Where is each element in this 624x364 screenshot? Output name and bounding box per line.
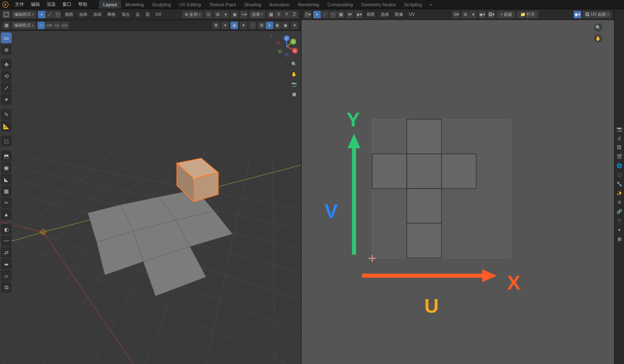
prop-constraint-icon[interactable]: 🔗 — [616, 208, 623, 215]
add-cube-tool-icon[interactable]: ◻ — [1, 136, 12, 146]
tab-animation[interactable]: Animation — [265, 0, 294, 9]
mesh-menu[interactable]: 网格 — [105, 12, 118, 17]
uv-zoom-icon[interactable]: 🔍 — [594, 23, 602, 32]
pivot-icon[interactable]: ⊙ — [205, 11, 212, 18]
uv-image-link-icon[interactable]: 🖼▾ — [488, 11, 495, 18]
prop-scene-icon[interactable]: 🎬 — [616, 153, 623, 160]
tab-sculpting[interactable]: Sculpting — [148, 0, 175, 9]
uv-vertex-select-icon[interactable]: ▪ — [313, 11, 321, 18]
gizmo-toggle-icon[interactable]: ✥ — [212, 22, 220, 29]
editor-type-icon[interactable] — [2, 11, 10, 18]
overlay-z-icon[interactable]: Z — [291, 11, 298, 18]
prop-physics-icon[interactable]: ⚙ — [616, 199, 623, 206]
xray-icon[interactable]: ⬚ — [249, 22, 256, 29]
tool-settings-icon[interactable]: ▦ — [2, 22, 10, 29]
menu-help[interactable]: 帮助 — [75, 0, 91, 9]
orientation-dropdown[interactable]: ⊛ 全局 — [182, 11, 203, 18]
select-extend-icon[interactable]: ▭+ — [45, 22, 53, 29]
uv-overlay-toggle-icon[interactable]: ◉▾ — [574, 11, 581, 18]
tab-layout[interactable]: Layout — [99, 0, 121, 9]
uv-new-button[interactable]: + 新建 — [497, 11, 515, 18]
tab-modeling[interactable]: Modeling — [121, 0, 148, 9]
uv-editor-type-icon[interactable]: ◫▾ — [304, 11, 312, 18]
overlay-settings-icon[interactable]: ▾ — [240, 22, 247, 29]
overlay-toggle-icon[interactable]: ◉ — [230, 22, 238, 29]
uv-snap-icon[interactable]: ⧉ — [461, 11, 469, 18]
viewport-3d[interactable]: ‹ X Y Z 🔍 ✋ 📷 ▦ — [0, 31, 301, 364]
gizmo-type-icon[interactable]: ▾ — [221, 22, 229, 29]
nav-gizmo[interactable]: X Y Z — [275, 35, 298, 58]
prop-data-icon[interactable]: ▽ — [616, 217, 623, 224]
uv-edge-select-icon[interactable]: ／ — [321, 11, 329, 18]
tab-texture-paint[interactable]: Texture Paint — [205, 0, 240, 9]
tab-compositing[interactable]: Compositing — [323, 0, 357, 9]
inset-tool-icon[interactable]: ▣ — [1, 162, 12, 173]
prop-texture-icon[interactable]: ▦ — [616, 235, 623, 242]
transform-tool-icon[interactable]: ✦ — [1, 94, 12, 105]
tab-add-button[interactable]: + — [426, 0, 435, 9]
move-tool-icon[interactable]: ✥ — [1, 59, 12, 70]
uv-pivot-icon[interactable]: ⊙▾ — [452, 11, 460, 18]
perspective-toggle-icon[interactable]: ▦ — [290, 90, 298, 98]
uv-canvas[interactable]: Y V X U 🔍 ✋ — [302, 20, 604, 364]
select-menu[interactable]: 选择 — [77, 12, 89, 17]
uv-face-select-icon[interactable]: ▢ — [329, 11, 337, 18]
vertex-select-icon[interactable]: ▪ — [38, 11, 45, 18]
polybuild-tool-icon[interactable]: ▲ — [1, 209, 12, 220]
annotate-tool-icon[interactable]: ✎ — [1, 109, 12, 120]
options-dropdown[interactable]: 选项 — [249, 11, 265, 18]
tab-scripting[interactable]: Scripting — [400, 0, 426, 9]
pan-icon[interactable]: ✋ — [290, 70, 298, 78]
prop-modifier-icon[interactable]: 🔧 — [616, 181, 623, 187]
uv-uv-menu[interactable]: UV — [407, 12, 417, 17]
uv-image-menu[interactable]: 图像 — [393, 12, 405, 17]
uv-island-select-icon[interactable]: ▦ — [337, 11, 344, 18]
uv-menu[interactable]: UV — [154, 12, 163, 17]
prop-render-icon[interactable]: 📷 — [616, 126, 623, 132]
prop-particle-icon[interactable]: ✨ — [616, 190, 623, 196]
menu-window[interactable]: 窗口 — [59, 0, 75, 9]
cursor-tool-icon[interactable]: ⊕ — [1, 44, 12, 55]
tab-uv-editing[interactable]: UV Editing — [175, 0, 205, 9]
prop-object-icon[interactable]: ▢ — [616, 171, 623, 178]
uv-open-button[interactable]: 📁 打开 — [517, 11, 538, 18]
mesh-display-icon[interactable]: ▦ — [267, 11, 275, 18]
smooth-tool-icon[interactable]: 〰 — [1, 235, 12, 246]
spin-tool-icon[interactable]: ◐ — [1, 224, 12, 235]
extrude-tool-icon[interactable]: ⬒ — [1, 151, 12, 161]
add-menu[interactable]: 添加 — [91, 12, 104, 17]
overlay-y-icon[interactable]: Y — [283, 11, 290, 18]
camera-view-icon[interactable]: 📷 — [290, 80, 298, 88]
panel-toggle-icon[interactable]: ‹ — [270, 33, 272, 38]
view-menu[interactable]: 视图 — [63, 12, 75, 17]
select-subtract-icon[interactable]: ▭- — [53, 22, 61, 29]
proportional-edit-icon[interactable]: ◉ — [231, 11, 238, 18]
rip-tool-icon[interactable]: ⧉ — [1, 282, 12, 293]
uv-pan-icon[interactable]: ✋ — [594, 34, 602, 42]
material-shading-icon[interactable]: ◐ — [274, 22, 281, 29]
edge-slide-tool-icon[interactable]: ⇄ — [1, 247, 12, 258]
uv-sticky-icon[interactable]: ◈▾ — [355, 11, 363, 18]
uv-display-mode-dropdown[interactable]: 🖼 UV 贴图 — [583, 11, 612, 18]
shading-settings-icon[interactable]: ▾ — [291, 22, 298, 29]
vertex-menu[interactable]: 顶点 — [119, 12, 132, 17]
uv-proportional-icon[interactable]: ◉▾ — [478, 11, 486, 18]
edge-select-icon[interactable]: ／ — [46, 11, 53, 18]
snap-type-icon[interactable]: ▾ — [222, 11, 229, 18]
select-new-icon[interactable]: ▭ — [37, 22, 45, 29]
snap-toggle-icon[interactable]: ⧉ — [214, 11, 221, 18]
measure-tool-icon[interactable]: 📐 — [1, 121, 12, 131]
prop-viewlayer-icon[interactable]: 🖼 — [616, 144, 623, 151]
uv-view-menu[interactable]: 视图 — [364, 12, 377, 17]
wireframe-shading-icon[interactable]: ⊞ — [258, 22, 265, 29]
shrink-tool-icon[interactable]: ⬌ — [1, 259, 12, 270]
tool-preset-dropdown[interactable]: 编辑模式 — [12, 22, 36, 29]
scale-tool-icon[interactable]: ⤢ — [1, 82, 12, 93]
uv-select-menu[interactable]: 选择 — [379, 12, 391, 17]
menu-render[interactable]: 渲染 — [43, 0, 59, 9]
loopcut-tool-icon[interactable]: ▦ — [1, 186, 12, 196]
bevel-tool-icon[interactable]: ◣ — [1, 174, 12, 185]
uv-snap-type-icon[interactable]: ▾ — [469, 11, 477, 18]
select-intersect-icon[interactable]: ▭∩ — [61, 22, 69, 29]
mode-dropdown[interactable]: 编辑模式 — [12, 11, 36, 18]
